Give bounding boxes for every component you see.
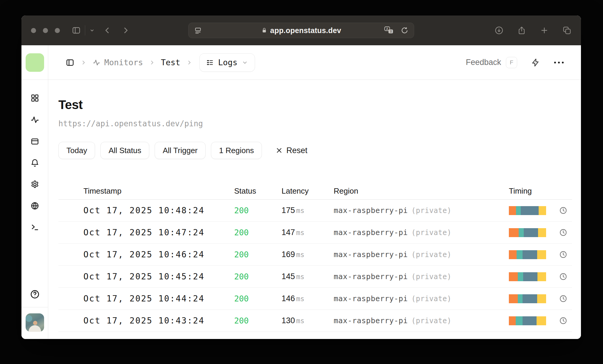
filter-trigger-button[interactable]: All Trigger [155, 142, 206, 159]
minimize-window-button[interactable] [43, 28, 48, 33]
clock-icon [554, 228, 572, 237]
app-sidebar [21, 45, 48, 339]
filter-status-button[interactable]: All Status [100, 142, 149, 159]
clock-icon [554, 317, 572, 325]
view-switcher-logs[interactable]: Logs [199, 53, 255, 72]
monitor-endpoint-url: https://api.openstatus.dev/ping [58, 119, 572, 128]
chevron-down-icon [242, 59, 248, 66]
log-latency: 145ms [282, 272, 334, 281]
log-latency: 175ms [282, 206, 334, 215]
clock-icon [554, 295, 572, 303]
lock-icon [261, 27, 267, 34]
downloads-icon[interactable] [495, 26, 503, 35]
logs-table-header: Timestamp Status Latency Region Timing [58, 183, 572, 200]
log-latency: 130ms [282, 316, 334, 325]
log-timestamp: Oct 17, 2025 10:44:24 [83, 294, 234, 304]
column-header-region: Region [334, 186, 509, 196]
log-region: max-raspberry-pi(private) [334, 316, 509, 325]
filter-bar: Today All Status All Trigger 1 Regions R… [58, 142, 572, 159]
sidebar-item-settings[interactable] [30, 180, 39, 189]
new-tab-icon[interactable] [540, 26, 549, 35]
log-row[interactable]: Oct 17, 2025 10:45:24 200 145ms max-rasp… [58, 266, 572, 288]
log-row[interactable]: Oct 17, 2025 10:46:24 200 169ms max-rasp… [58, 244, 572, 266]
breadcrumb-chevron-icon [149, 60, 155, 66]
log-status-code: 200 [234, 294, 282, 303]
log-status-code: 200 [234, 272, 282, 281]
log-status-code: 200 [234, 206, 282, 215]
breadcrumb-test[interactable]: Test [161, 58, 180, 67]
activity-icon [92, 58, 101, 67]
logs-table: Timestamp Status Latency Region Timing O… [58, 183, 572, 332]
breadcrumb-chevron-icon [186, 60, 192, 66]
log-latency: 146ms [282, 294, 334, 303]
log-region: max-raspberry-pi(private) [334, 250, 509, 259]
clock-icon [554, 206, 572, 214]
log-latency: 147ms [282, 228, 334, 237]
breadcrumb-monitors[interactable]: Monitors [92, 58, 143, 67]
log-row[interactable]: Oct 17, 2025 10:47:24 200 147ms max-rasp… [58, 222, 572, 244]
column-header-timestamp: Timestamp [83, 186, 234, 196]
log-timestamp: Oct 17, 2025 10:45:24 [83, 272, 234, 281]
log-region: max-raspberry-pi(private) [334, 228, 509, 237]
sidebar-options-chevron-icon[interactable] [89, 28, 95, 33]
translate-icon[interactable]: A 文 [384, 26, 394, 35]
back-button-icon[interactable] [103, 26, 112, 35]
log-row[interactable]: Oct 17, 2025 10:48:24 200 175ms max-rasp… [58, 200, 572, 222]
breadcrumb-chevron-icon [80, 60, 86, 66]
filter-regions-button[interactable]: 1 Regions [211, 142, 262, 159]
log-timestamp: Oct 17, 2025 10:43:24 [83, 316, 234, 326]
log-timestamp: Oct 17, 2025 10:47:24 [83, 228, 234, 237]
command-zap-icon[interactable] [531, 58, 540, 67]
log-timestamp: Oct 17, 2025 10:48:24 [83, 206, 234, 215]
log-latency: 169ms [282, 250, 334, 259]
share-icon[interactable] [517, 26, 526, 35]
tab-overview-icon[interactable] [562, 26, 571, 35]
list-icon [206, 59, 214, 66]
timing-bar [509, 228, 546, 237]
log-region: max-raspberry-pi(private) [334, 206, 509, 215]
zoom-window-button[interactable] [55, 28, 60, 33]
log-row[interactable]: Oct 17, 2025 10:44:24 200 146ms max-rasp… [58, 288, 572, 310]
titlebar-divider [85, 25, 85, 35]
sidebar-item-cli[interactable] [30, 223, 39, 232]
sidebar-item-dashboard[interactable] [30, 94, 39, 102]
address-bar[interactable]: app.openstatus.dev A 文 [188, 23, 414, 38]
forward-button-icon[interactable] [121, 26, 130, 35]
close-window-button[interactable] [31, 28, 36, 33]
reader-view-icon[interactable] [194, 27, 202, 35]
reload-icon[interactable] [401, 27, 408, 34]
timing-bar [509, 316, 546, 325]
browser-sidebar-toggle-icon[interactable] [72, 26, 81, 35]
reset-filters-button[interactable]: Reset [276, 146, 307, 155]
browser-titlebar: app.openstatus.dev A 文 [21, 15, 581, 45]
timing-bar [509, 294, 546, 303]
timing-bar [509, 206, 546, 215]
log-status-code: 200 [234, 228, 282, 237]
svg-text:文: 文 [390, 30, 393, 33]
address-bar-url: app.openstatus.dev [270, 26, 341, 35]
column-header-status: Status [234, 186, 282, 196]
feedback-shortcut-badge: F [506, 57, 517, 68]
sidebar-item-domains[interactable] [30, 201, 39, 210]
sidebar-item-notifications[interactable] [30, 158, 39, 167]
log-row[interactable]: Oct 17, 2025 10:43:24 200 130ms max-rasp… [58, 310, 572, 332]
timing-bar [509, 272, 546, 281]
feedback-button[interactable]: Feedback [466, 58, 501, 67]
more-options-icon[interactable] [554, 62, 564, 63]
window-controls [31, 28, 60, 33]
log-status-code: 200 [234, 316, 282, 325]
sidebar-item-monitors[interactable] [30, 115, 40, 125]
clock-icon [554, 273, 572, 281]
help-icon[interactable] [30, 289, 40, 299]
log-region: max-raspberry-pi(private) [334, 272, 509, 281]
workspace-logo[interactable] [26, 53, 44, 72]
log-timestamp: Oct 17, 2025 10:46:24 [83, 250, 234, 259]
user-avatar[interactable] [26, 313, 44, 332]
column-header-timing: Timing [509, 186, 554, 196]
filter-period-button[interactable]: Today [58, 142, 95, 159]
svg-text:A: A [386, 27, 388, 31]
log-rows: Oct 17, 2025 10:48:24 200 175ms max-rasp… [58, 200, 572, 332]
page-title: Test [58, 98, 572, 112]
app-sidebar-toggle-icon[interactable] [66, 58, 74, 67]
sidebar-item-status-pages[interactable] [30, 137, 39, 146]
